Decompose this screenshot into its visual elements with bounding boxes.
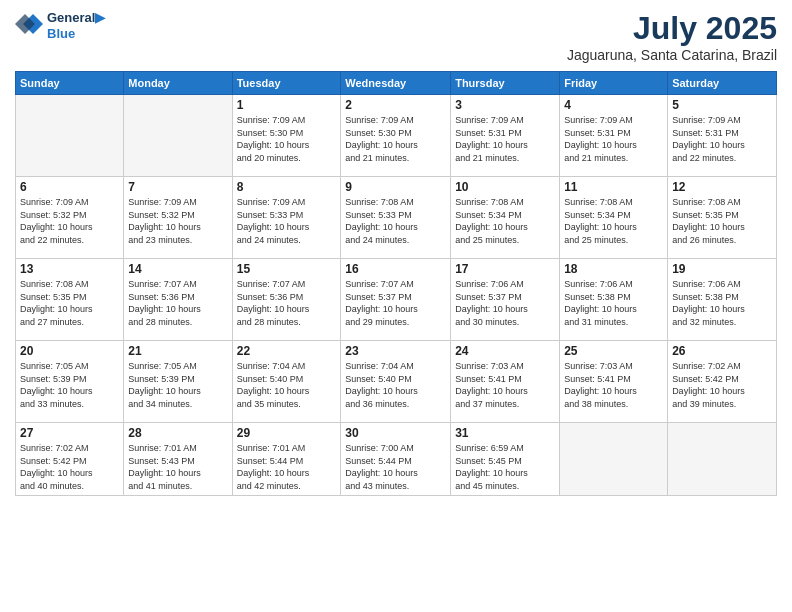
day-number: 25 [564,344,663,358]
day-info: Sunrise: 7:04 AM Sunset: 5:40 PM Dayligh… [345,360,446,410]
week-row-1: 1Sunrise: 7:09 AM Sunset: 5:30 PM Daylig… [16,95,777,177]
calendar-cell [124,95,232,177]
day-number: 13 [20,262,119,276]
calendar-cell [560,423,668,496]
day-info: Sunrise: 7:03 AM Sunset: 5:41 PM Dayligh… [564,360,663,410]
day-info: Sunrise: 7:09 AM Sunset: 5:32 PM Dayligh… [20,196,119,246]
day-info: Sunrise: 7:09 AM Sunset: 5:31 PM Dayligh… [672,114,772,164]
location-subtitle: Jaguaruna, Santa Catarina, Brazil [567,47,777,63]
col-wednesday: Wednesday [341,72,451,95]
day-number: 11 [564,180,663,194]
day-info: Sunrise: 7:02 AM Sunset: 5:42 PM Dayligh… [20,442,119,492]
logo-line1: General▶ [47,10,105,26]
day-number: 3 [455,98,555,112]
day-info: Sunrise: 7:06 AM Sunset: 5:37 PM Dayligh… [455,278,555,328]
day-number: 16 [345,262,446,276]
day-info: Sunrise: 7:08 AM Sunset: 5:34 PM Dayligh… [455,196,555,246]
col-saturday: Saturday [668,72,777,95]
week-row-4: 20Sunrise: 7:05 AM Sunset: 5:39 PM Dayli… [16,341,777,423]
calendar-cell: 21Sunrise: 7:05 AM Sunset: 5:39 PM Dayli… [124,341,232,423]
day-number: 1 [237,98,337,112]
day-info: Sunrise: 7:08 AM Sunset: 5:35 PM Dayligh… [672,196,772,246]
day-info: Sunrise: 6:59 AM Sunset: 5:45 PM Dayligh… [455,442,555,492]
month-title: July 2025 [567,10,777,47]
day-number: 23 [345,344,446,358]
day-info: Sunrise: 7:06 AM Sunset: 5:38 PM Dayligh… [564,278,663,328]
logo: General▶ Blue [15,10,105,42]
day-number: 10 [455,180,555,194]
calendar-cell: 25Sunrise: 7:03 AM Sunset: 5:41 PM Dayli… [560,341,668,423]
calendar-cell: 20Sunrise: 7:05 AM Sunset: 5:39 PM Dayli… [16,341,124,423]
calendar-cell: 9Sunrise: 7:08 AM Sunset: 5:33 PM Daylig… [341,177,451,259]
day-number: 27 [20,426,119,440]
day-info: Sunrise: 7:09 AM Sunset: 5:31 PM Dayligh… [455,114,555,164]
calendar-cell: 10Sunrise: 7:08 AM Sunset: 5:34 PM Dayli… [451,177,560,259]
day-info: Sunrise: 7:08 AM Sunset: 5:34 PM Dayligh… [564,196,663,246]
calendar-cell: 3Sunrise: 7:09 AM Sunset: 5:31 PM Daylig… [451,95,560,177]
logo-icon [15,10,43,38]
day-info: Sunrise: 7:06 AM Sunset: 5:38 PM Dayligh… [672,278,772,328]
day-info: Sunrise: 7:07 AM Sunset: 5:36 PM Dayligh… [128,278,227,328]
day-info: Sunrise: 7:03 AM Sunset: 5:41 PM Dayligh… [455,360,555,410]
calendar-cell: 17Sunrise: 7:06 AM Sunset: 5:37 PM Dayli… [451,259,560,341]
col-friday: Friday [560,72,668,95]
week-row-5: 27Sunrise: 7:02 AM Sunset: 5:42 PM Dayli… [16,423,777,496]
day-number: 14 [128,262,227,276]
day-info: Sunrise: 7:09 AM Sunset: 5:30 PM Dayligh… [345,114,446,164]
day-info: Sunrise: 7:04 AM Sunset: 5:40 PM Dayligh… [237,360,337,410]
day-info: Sunrise: 7:05 AM Sunset: 5:39 PM Dayligh… [20,360,119,410]
calendar-cell: 23Sunrise: 7:04 AM Sunset: 5:40 PM Dayli… [341,341,451,423]
day-number: 24 [455,344,555,358]
day-info: Sunrise: 7:09 AM Sunset: 5:30 PM Dayligh… [237,114,337,164]
calendar-cell: 19Sunrise: 7:06 AM Sunset: 5:38 PM Dayli… [668,259,777,341]
day-number: 22 [237,344,337,358]
col-thursday: Thursday [451,72,560,95]
calendar-cell: 13Sunrise: 7:08 AM Sunset: 5:35 PM Dayli… [16,259,124,341]
col-tuesday: Tuesday [232,72,341,95]
calendar-cell: 16Sunrise: 7:07 AM Sunset: 5:37 PM Dayli… [341,259,451,341]
col-monday: Monday [124,72,232,95]
day-number: 15 [237,262,337,276]
calendar-header-row: Sunday Monday Tuesday Wednesday Thursday… [16,72,777,95]
day-number: 20 [20,344,119,358]
calendar-cell: 1Sunrise: 7:09 AM Sunset: 5:30 PM Daylig… [232,95,341,177]
day-number: 5 [672,98,772,112]
logo-line2: Blue [47,26,105,42]
day-info: Sunrise: 7:09 AM Sunset: 5:31 PM Dayligh… [564,114,663,164]
day-number: 6 [20,180,119,194]
col-sunday: Sunday [16,72,124,95]
day-number: 31 [455,426,555,440]
day-number: 2 [345,98,446,112]
calendar: Sunday Monday Tuesday Wednesday Thursday… [15,71,777,496]
calendar-cell: 8Sunrise: 7:09 AM Sunset: 5:33 PM Daylig… [232,177,341,259]
calendar-cell: 31Sunrise: 6:59 AM Sunset: 5:45 PM Dayli… [451,423,560,496]
week-row-3: 13Sunrise: 7:08 AM Sunset: 5:35 PM Dayli… [16,259,777,341]
calendar-cell: 24Sunrise: 7:03 AM Sunset: 5:41 PM Dayli… [451,341,560,423]
day-number: 18 [564,262,663,276]
day-number: 28 [128,426,227,440]
day-number: 29 [237,426,337,440]
calendar-cell [16,95,124,177]
day-number: 8 [237,180,337,194]
calendar-cell: 6Sunrise: 7:09 AM Sunset: 5:32 PM Daylig… [16,177,124,259]
header: General▶ Blue July 2025 Jaguaruna, Santa… [15,10,777,63]
day-number: 4 [564,98,663,112]
day-number: 21 [128,344,227,358]
week-row-2: 6Sunrise: 7:09 AM Sunset: 5:32 PM Daylig… [16,177,777,259]
calendar-cell: 15Sunrise: 7:07 AM Sunset: 5:36 PM Dayli… [232,259,341,341]
day-number: 26 [672,344,772,358]
day-number: 12 [672,180,772,194]
day-number: 17 [455,262,555,276]
day-number: 9 [345,180,446,194]
day-info: Sunrise: 7:09 AM Sunset: 5:33 PM Dayligh… [237,196,337,246]
day-number: 30 [345,426,446,440]
calendar-cell: 18Sunrise: 7:06 AM Sunset: 5:38 PM Dayli… [560,259,668,341]
calendar-cell: 30Sunrise: 7:00 AM Sunset: 5:44 PM Dayli… [341,423,451,496]
day-info: Sunrise: 7:08 AM Sunset: 5:33 PM Dayligh… [345,196,446,246]
day-info: Sunrise: 7:09 AM Sunset: 5:32 PM Dayligh… [128,196,227,246]
calendar-cell: 14Sunrise: 7:07 AM Sunset: 5:36 PM Dayli… [124,259,232,341]
calendar-cell: 5Sunrise: 7:09 AM Sunset: 5:31 PM Daylig… [668,95,777,177]
calendar-cell: 27Sunrise: 7:02 AM Sunset: 5:42 PM Dayli… [16,423,124,496]
calendar-cell: 7Sunrise: 7:09 AM Sunset: 5:32 PM Daylig… [124,177,232,259]
calendar-cell [668,423,777,496]
